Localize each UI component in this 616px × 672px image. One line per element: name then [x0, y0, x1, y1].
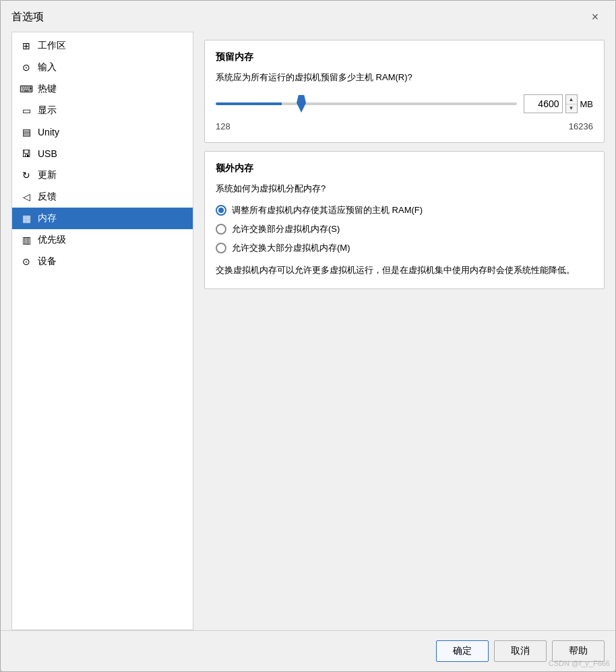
spinner-up-button[interactable]: ▲ [566, 95, 577, 104]
display-icon: ▭ [20, 104, 32, 117]
sidebar-item-unity[interactable]: ▤ Unity [12, 121, 193, 143]
extra-memory-title: 额外内存 [216, 162, 593, 175]
extra-memory-section: 额外内存 系统如何为虚拟机分配内存? 调整所有虚拟机内存使其适应预留的主机 RA… [204, 151, 605, 289]
sidebar-label-hotkey: 热键 [38, 83, 57, 95]
extra-memory-note: 交换虚拟机内存可以允许更多虚拟机运行，但是在虚拟机集中使用内存时会使系统性能降低… [216, 264, 593, 278]
mb-label: MB [580, 99, 594, 109]
unity-icon: ▤ [20, 126, 32, 138]
preferences-dialog: 首选项 × ⊞ 工作区 ⊙ 输入 ⌨ 热键 ▭ 显示 ▤ [0, 0, 616, 672]
advanced-icon: ▥ [20, 234, 32, 246]
input-icon: ⊙ [20, 61, 32, 73]
spinner-group: 4600 ▲ ▼ MB [524, 94, 594, 113]
sidebar-item-input[interactable]: ⊙ 输入 [12, 57, 193, 78]
sidebar-label-usb: USB [38, 148, 57, 159]
sidebar-item-display[interactable]: ▭ 显示 [12, 100, 193, 121]
title-bar: 首选项 × [1, 1, 615, 32]
radio-label-swap-some: 允许交换部分虚拟机内存(S) [232, 223, 340, 235]
reserved-memory-section: 预留内存 系统应为所有运行的虚拟机预留多少主机 RAM(R)? 4600 ▲ ▼… [204, 40, 605, 143]
slider-container [216, 93, 517, 115]
sidebar-item-advanced[interactable]: ▥ 优先级 [12, 229, 193, 251]
sidebar-label-feedback: 反馈 [38, 191, 57, 203]
sidebar-label-memory: 内存 [38, 212, 57, 224]
memory-value-input[interactable]: 4600 [524, 94, 563, 113]
radio-circle-swap-some [216, 224, 226, 235]
spinner-down-button[interactable]: ▼ [566, 104, 577, 113]
content-area: 预留内存 系统应为所有运行的虚拟机预留多少主机 RAM(R)? 4600 ▲ ▼… [193, 32, 615, 630]
sidebar-label-workspace: 工作区 [38, 40, 66, 52]
radio-item-swap-most[interactable]: 允许交换大部分虚拟机内存(M) [216, 242, 593, 254]
slider-range-row: 128 16236 [216, 121, 593, 131]
workspace-icon: ⊞ [20, 40, 32, 52]
range-min: 128 [216, 121, 230, 131]
radio-item-adjust[interactable]: 调整所有虚拟机内存使其适应预留的主机 RAM(F) [216, 204, 593, 216]
reserved-memory-desc: 系统应为所有运行的虚拟机预留多少主机 RAM(R)? [216, 71, 593, 84]
usb-icon: 🖫 [20, 148, 32, 160]
footer: 确定 取消 帮助 [1, 630, 615, 671]
hotkey-icon: ⌨ [20, 83, 32, 95]
sidebar-label-device: 设备 [38, 255, 57, 268]
sidebar-label-advanced: 优先级 [38, 234, 66, 246]
sidebar: ⊞ 工作区 ⊙ 输入 ⌨ 热键 ▭ 显示 ▤ Unity 🖫 USB [11, 32, 193, 630]
sidebar-item-workspace[interactable]: ⊞ 工作区 [12, 35, 193, 57]
sidebar-item-usb[interactable]: 🖫 USB [12, 143, 193, 164]
sidebar-label-unity: Unity [38, 127, 59, 138]
spinner-buttons: ▲ ▼ [565, 94, 578, 113]
cancel-button[interactable]: 取消 [494, 640, 547, 662]
radio-item-swap-some[interactable]: 允许交换部分虚拟机内存(S) [216, 223, 593, 235]
sidebar-label-display: 显示 [38, 104, 57, 117]
radio-circle-adjust [216, 205, 226, 216]
confirm-button[interactable]: 确定 [436, 640, 489, 662]
memory-slider[interactable] [216, 102, 517, 105]
watermark: CSDN @f_y_F666 [549, 659, 610, 667]
sidebar-item-update[interactable]: ↻ 更新 [12, 164, 193, 186]
feedback-icon: ◁ [20, 191, 32, 203]
radio-label-adjust: 调整所有虚拟机内存使其适应预留的主机 RAM(F) [232, 204, 423, 216]
sidebar-item-device[interactable]: ⊙ 设备 [12, 251, 193, 272]
extra-memory-desc: 系统如何为虚拟机分配内存? [216, 183, 593, 195]
sidebar-item-memory[interactable]: ▦ 内存 [12, 208, 193, 229]
update-icon: ↻ [20, 169, 32, 181]
sidebar-item-feedback[interactable]: ◁ 反馈 [12, 186, 193, 208]
reserved-memory-title: 预留内存 [216, 51, 593, 63]
radio-group: 调整所有虚拟机内存使其适应预留的主机 RAM(F) 允许交换部分虚拟机内存(S)… [216, 204, 593, 254]
device-icon: ⊙ [20, 255, 32, 268]
radio-label-swap-most: 允许交换大部分虚拟机内存(M) [232, 242, 350, 254]
radio-circle-swap-most [216, 243, 226, 253]
sidebar-label-input: 输入 [38, 61, 57, 73]
range-max: 16236 [569, 121, 593, 131]
memory-icon: ▦ [20, 212, 32, 224]
sidebar-item-hotkey[interactable]: ⌨ 热键 [12, 78, 193, 100]
slider-row: 4600 ▲ ▼ MB [216, 93, 593, 115]
dialog-title: 首选项 [11, 10, 44, 24]
close-button[interactable]: × [586, 7, 605, 26]
dialog-body: ⊞ 工作区 ⊙ 输入 ⌨ 热键 ▭ 显示 ▤ Unity 🖫 USB [1, 32, 615, 630]
sidebar-label-update: 更新 [38, 169, 57, 181]
